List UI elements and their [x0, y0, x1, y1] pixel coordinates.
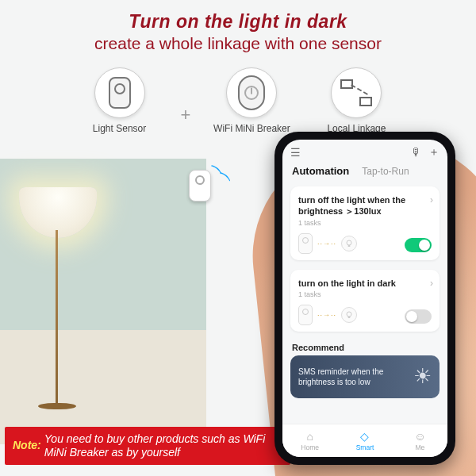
- recommend-label: Recommend: [292, 343, 438, 352]
- lamp-pole: [56, 230, 58, 405]
- tabbar-me-label: Me: [415, 443, 424, 451]
- svg-rect-1: [348, 245, 351, 247]
- automation-card-2-toggle[interactable]: [405, 309, 432, 324]
- tab-automation[interactable]: Automation: [292, 165, 349, 177]
- automation-card-2[interactable]: turn on the light in dark 1 tasks › ··→·…: [290, 270, 440, 332]
- tabbar-home-label: Home: [301, 443, 319, 451]
- mic-icon[interactable]: 🎙: [411, 146, 422, 159]
- subheadline: create a whole linkage with one sensor: [0, 34, 476, 53]
- note-label: Note:: [13, 439, 41, 453]
- automation-card-2-title: turn on the light in dark: [298, 278, 432, 289]
- profile-icon[interactable]: ☰: [290, 146, 301, 159]
- chevron-right-icon: ›: [430, 278, 433, 289]
- sensor-mini-icon: [298, 233, 313, 254]
- svg-point-2: [347, 312, 351, 317]
- trio-item-breaker: WiFi MiNi Breaker: [208, 67, 295, 135]
- room-scene: ⁀⁀: [0, 159, 206, 444]
- trio-item-sensor: Light Sensor: [76, 67, 163, 135]
- lamp-shade: [19, 187, 97, 238]
- recommend-card-text: SMS reminder when the brightness is too …: [298, 367, 393, 387]
- tabbar-smart-label: Smart: [356, 443, 374, 451]
- wifi-breaker-icon: [238, 75, 265, 110]
- smart-icon: ◇: [360, 430, 369, 443]
- svg-rect-3: [348, 317, 351, 318]
- wall-sensor-device: ⁀⁀: [189, 170, 211, 202]
- tab-tap-to-run[interactable]: Tap-to-Run: [362, 166, 409, 177]
- tabbar-me[interactable]: ☺ Me: [393, 424, 447, 457]
- lamp-base: [38, 403, 76, 409]
- phone-screen: ☰ 🎙 ＋ Automation Tap-to-Run turn off the…: [282, 140, 447, 457]
- me-icon: ☺: [414, 430, 425, 443]
- automation-card-1[interactable]: turn off the light when the brightness ＞…: [290, 186, 440, 260]
- tabbar-smart[interactable]: ◇ Smart: [337, 424, 392, 457]
- trio-sensor-label: Light Sensor: [93, 123, 146, 135]
- automation-card-1-title: turn off the light when the brightness ＞…: [298, 194, 432, 217]
- bottom-tabbar: ⌂ Home ◇ Smart ☺ Me: [282, 424, 447, 457]
- recommend-card[interactable]: SMS reminder when the brightness is too …: [290, 355, 440, 398]
- phone-frame: ☰ 🎙 ＋ Automation Tap-to-Run turn off the…: [274, 132, 455, 465]
- arrow-dots-icon: ··→··: [317, 311, 336, 319]
- svg-point-0: [347, 240, 351, 245]
- arrow-dots-icon: ··→··: [317, 240, 336, 248]
- recommend-card-art-icon: ☀: [413, 364, 432, 389]
- automation-card-2-sub: 1 tasks: [298, 290, 432, 298]
- add-icon[interactable]: ＋: [428, 145, 440, 159]
- tabbar-home[interactable]: ⌂ Home: [282, 424, 337, 457]
- note-banner: Note: You need to buy other products suc…: [5, 427, 290, 465]
- local-linkage-icon: [339, 79, 374, 106]
- home-icon: ⌂: [306, 430, 313, 443]
- trio-breaker-label: WiFi MiNi Breaker: [213, 123, 290, 135]
- automation-card-1-sub: 1 tasks: [298, 219, 432, 227]
- sensor-mini-icon: [298, 305, 313, 325]
- automation-card-1-toggle[interactable]: [405, 238, 432, 252]
- bulb-icon: [341, 236, 357, 251]
- light-sensor-icon: [109, 77, 131, 109]
- chevron-right-icon: ›: [430, 194, 433, 205]
- headline: Turn on the light in dark: [0, 11, 476, 33]
- plus-icon: +: [181, 105, 191, 125]
- note-text: You need to buy other products such as W…: [44, 432, 282, 460]
- wifi-icon: ⁀⁀: [202, 164, 231, 192]
- bulb-icon: [341, 307, 357, 323]
